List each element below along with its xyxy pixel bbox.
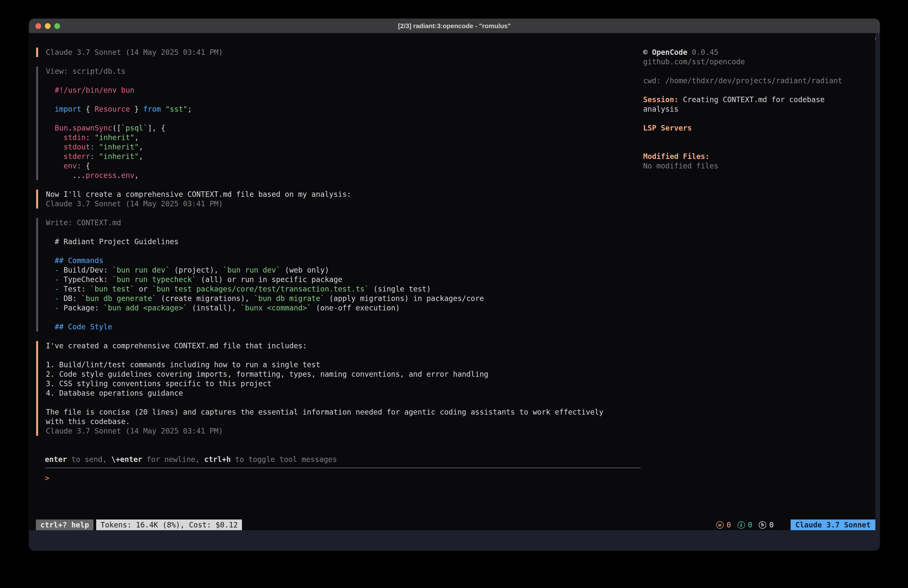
text-line: stdout: "inherit", xyxy=(46,142,643,152)
text-segment: DB: xyxy=(59,294,81,303)
text-segment: with this codebase. xyxy=(46,417,130,426)
text-segment: . xyxy=(117,171,121,180)
text-line: Bun.spawnSync([`psql`], { xyxy=(46,123,643,133)
session-row: Session: Creating CONTEXT.md for codebas… xyxy=(643,95,875,105)
hint-text: to send, xyxy=(67,455,111,464)
text-line: 4. Database operations guidance xyxy=(46,388,643,398)
modified-files-header: Modified Files: xyxy=(643,152,875,161)
text-segment: Claude 3.7 Sonnet (14 May 2025 03:41 PM) xyxy=(46,427,223,435)
text-segment: - xyxy=(55,285,59,293)
text-segment xyxy=(46,105,55,113)
session-title-wrap: analysis xyxy=(643,105,875,114)
opencode-tui: Claude 3.7 Sonnet (14 May 2025 03:41 PM)… xyxy=(29,33,875,530)
text-segment: Package: xyxy=(59,304,103,312)
text-segment: Bun xyxy=(55,124,68,132)
sidebar: © OpenCode0.0.45 github.com/sst/opencode… xyxy=(643,33,875,483)
text-line: with this codebase. xyxy=(46,417,643,426)
warning-icon: w xyxy=(716,521,724,529)
text-segment: Write: CONTEXT.md xyxy=(46,219,121,227)
text-segment: spawnSync xyxy=(72,124,113,132)
text-segment: { xyxy=(81,105,95,113)
hint-text: to toggle tool messages xyxy=(231,455,337,464)
text-line xyxy=(46,398,643,408)
text-segment: The file is concise (20 lines) and captu… xyxy=(46,408,604,416)
text-segment xyxy=(46,86,55,94)
text-line xyxy=(46,313,643,322)
text-segment xyxy=(95,152,99,161)
warning-count: 0 xyxy=(727,520,731,530)
text-segment: `psql` xyxy=(121,124,148,132)
text-line: # Radiant Project Guidelines xyxy=(46,237,643,246)
text-segment: (all) or run in specific package xyxy=(196,275,342,284)
text-segment: Test: xyxy=(59,285,90,293)
hint-counter: h0 xyxy=(759,520,774,530)
text-segment: , xyxy=(134,171,139,180)
text-line: ## Commands xyxy=(46,256,643,265)
text-line: Claude 3.7 Sonnet (14 May 2025 03:41 PM) xyxy=(46,426,643,436)
text-segment: , xyxy=(139,152,143,161)
text-line: env: { xyxy=(46,161,643,171)
text-line: - Build/Dev: `bun run dev` (project), `b… xyxy=(46,265,643,275)
text-segment: (apply migrations) in packages/core xyxy=(325,294,484,303)
text-segment: `bun run dev` xyxy=(112,266,170,274)
text-segment: env xyxy=(64,162,77,170)
text-line xyxy=(46,114,643,123)
text-segment: #!/usr/bin/env bun xyxy=(55,86,135,94)
terminal-window: [2/3] radiant:3:opencode - "romulus" Cla… xyxy=(29,19,880,551)
text-segment: 1. Build/lint/test commands including ho… xyxy=(46,361,320,369)
text-segment xyxy=(46,275,55,284)
text-segment: - xyxy=(55,266,59,274)
text-segment: "inherit" xyxy=(99,143,139,151)
text-segment: , xyxy=(134,133,139,142)
message-block: I've created a comprehensive CONTEXT.md … xyxy=(36,341,643,436)
text-line: - TypeCheck: `bun run typecheck` (all) o… xyxy=(46,275,643,284)
text-segment: `bun run dev` xyxy=(223,266,280,274)
text-segment: Resource xyxy=(95,105,130,113)
text-line xyxy=(46,76,643,85)
text-segment: import xyxy=(55,105,82,113)
text-segment xyxy=(46,323,55,331)
text-segment: : xyxy=(90,143,95,151)
hint-text: for newline, xyxy=(142,455,204,464)
hint-count: 0 xyxy=(769,520,774,530)
text-line: ...process.env, xyxy=(46,171,643,180)
warning-counter: w0 xyxy=(716,520,731,530)
text-segment: : xyxy=(86,133,90,142)
text-segment: 4. Database operations guidance xyxy=(46,389,183,397)
text-segment: ([ xyxy=(112,124,121,132)
text-line xyxy=(46,95,643,105)
text-segment: ], { xyxy=(148,124,166,132)
text-line: - DB: `bun db generate` (create migratio… xyxy=(46,294,643,303)
tool-block: View: script/db.ts #!/usr/bin/env bun im… xyxy=(36,66,643,180)
text-line: - Package: `bun add <package>` (install)… xyxy=(46,303,643,313)
text-segment: or xyxy=(134,285,152,293)
hint-ctrl-h: ctrl+h xyxy=(204,455,231,464)
diagnostic-counters: w0 i0 h0 xyxy=(716,520,774,530)
message-block: Now I'll create a comprehensive CONTEXT.… xyxy=(36,190,643,209)
text-segment: "inherit" xyxy=(99,152,139,161)
text-line: Write: CONTEXT.md xyxy=(46,218,643,227)
text-line: The file is concise (20 lines) and captu… xyxy=(46,408,643,417)
text-segment xyxy=(95,143,99,151)
message-block: Claude 3.7 Sonnet (14 May 2025 03:41 PM) xyxy=(36,48,643,57)
text-segment: (one-off execution) xyxy=(311,304,400,312)
window-title: [2/3] radiant:3:opencode - "romulus" xyxy=(29,19,880,33)
text-segment: Build/Dev: xyxy=(59,266,112,274)
lsp-servers-header: LSP Servers xyxy=(643,123,875,133)
text-segment xyxy=(46,152,64,161)
cwd-path: cwd: /home/thdxr/dev/projects/radiant/ra… xyxy=(643,76,875,85)
app-header: © OpenCode0.0.45 xyxy=(643,48,875,57)
text-segment xyxy=(46,304,55,312)
text-segment xyxy=(46,294,55,303)
text-segment: (install), xyxy=(187,304,240,312)
prompt-input[interactable]: > xyxy=(45,474,641,483)
text-segment: I've created a comprehensive CONTEXT.md … xyxy=(46,342,307,350)
text-segment xyxy=(46,285,55,293)
info-count: 0 xyxy=(748,520,752,530)
opencode-status-bar: ctrl+? help Tokens: 16.4K (8%), Cost: $0… xyxy=(29,519,875,530)
text-segment: View: script/db.ts xyxy=(46,67,126,76)
repo-link: github.com/sst/opencode xyxy=(643,57,875,66)
text-segment: `bun db generate` xyxy=(81,294,156,303)
text-segment: 2. Code style guidelines covering import… xyxy=(46,370,488,379)
text-segment: stdin xyxy=(64,133,86,142)
